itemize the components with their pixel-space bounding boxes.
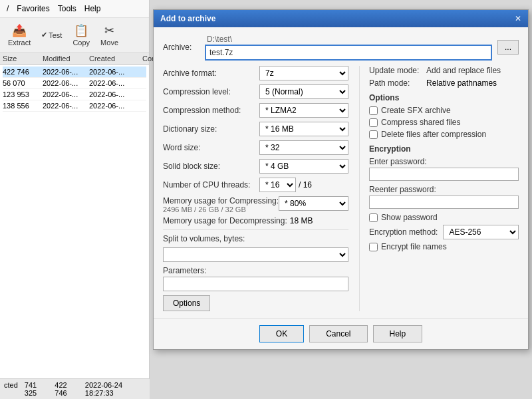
shared-label: Compress shared files <box>381 118 460 127</box>
delete-checkbox[interactable] <box>369 130 378 139</box>
move-icon: ✂ <box>104 23 114 38</box>
shared-checkbox[interactable] <box>369 118 378 127</box>
solid-block-row: Solid block size: * 4 GB 1 GB <box>163 159 348 174</box>
compression-method-select[interactable]: * LZMA2 LZMA <box>259 103 348 118</box>
format-select[interactable]: 7z zip tar <box>259 66 348 80</box>
path-mode-row: Path mode: Relative pathnames <box>369 78 519 88</box>
table-header: Size Modified Created Com <box>0 53 149 65</box>
enter-password-label: Enter password: <box>369 157 519 166</box>
dict-size-select[interactable]: * 16 MB 32 MB <box>259 122 348 136</box>
dialog-title: Add to archive <box>160 14 215 23</box>
extract-button[interactable]: 📤 Extract <box>5 22 33 48</box>
reenter-password-input[interactable] <box>369 196 519 209</box>
memory-compress-label-block: Memory usage for Compressing: 2496 MB / … <box>163 196 279 213</box>
add-to-archive-dialog: Add to archive ✕ Archive: D:\test\ ... <box>153 9 529 350</box>
split-label: Split to volumes, bytes: <box>163 234 259 243</box>
encryption-section: Encryption Enter password: Reenter passw… <box>369 144 519 251</box>
toolbar: 📤 Extract ✔ Test 📋 Copy ✂ Move <box>0 18 149 53</box>
memory-decompress-value: 18 MB <box>290 216 313 225</box>
archive-path-top: D:\test\ <box>205 34 492 45</box>
show-password-checkbox[interactable] <box>369 213 378 222</box>
encrypt-names-checkbox[interactable] <box>369 243 378 251</box>
dialog-titlebar: Add to archive ✕ <box>154 10 528 27</box>
word-size-label: Word size: <box>163 143 259 152</box>
copy-button[interactable]: 📋 Copy <box>70 22 92 48</box>
split-select[interactable]: 700M 1G <box>163 247 348 262</box>
compression-method-row: Compression method: * LZMA2 LZMA <box>163 103 348 118</box>
show-password-label: Show password <box>381 213 438 222</box>
split-input-row: 700M 1G <box>163 247 348 262</box>
dict-size-row: Dictionary size: * 16 MB 32 MB <box>163 122 348 136</box>
file-list: 422 746 2022-06-... 2022-06-... 56 070 2… <box>0 65 149 113</box>
move-button[interactable]: ✂ Move <box>98 22 121 48</box>
update-mode-label: Update mode: <box>369 66 422 75</box>
table-row[interactable]: 56 070 2022-06-... 2022-06-... <box>3 78 146 89</box>
params-label: Parameters: <box>163 266 348 275</box>
encryption-title: Encryption <box>369 144 519 154</box>
params-section: Parameters: <box>163 266 348 291</box>
menu-slash[interactable]: / <box>7 4 9 13</box>
table-row[interactable]: 422 746 2022-06-... 2022-06-... <box>3 66 146 78</box>
solid-block-label: Solid block size: <box>163 162 259 171</box>
memory-compress-select[interactable]: * 80% 40% 100% <box>279 196 348 211</box>
format-row: Archive format: 7z zip tar <box>163 66 348 80</box>
dialog-overlay: Add to archive ✕ Archive: D:\test\ ... <box>150 0 532 399</box>
encrypt-names-label: Encrypt file names <box>381 242 447 251</box>
cpu-threads-label: Number of CPU threads: <box>163 180 259 190</box>
menu-help[interactable]: Help <box>84 4 101 13</box>
sfx-checkbox-row: Create SFX archive <box>369 106 519 115</box>
compression-level-select[interactable]: 5 (Normal) Store 9 (Ultra) <box>259 84 348 99</box>
sfx-label: Create SFX archive <box>381 106 451 115</box>
menubar: / Favorites Tools Help <box>0 0 149 18</box>
path-mode-label: Path mode: <box>369 78 422 88</box>
statusbar: cted 741 325 422 746 2022-06-24 18:27:33 <box>0 378 150 399</box>
params-input[interactable] <box>163 277 348 291</box>
header-modified: Modified <box>43 55 89 63</box>
archive-label: Archive: <box>163 43 200 52</box>
word-size-select[interactable]: * 32 64 <box>259 140 348 155</box>
archive-path-input[interactable] <box>205 45 492 61</box>
table-row[interactable]: 123 953 2022-06-... 2022-06-... <box>3 89 146 100</box>
encryption-method-select[interactable]: AES-256 <box>443 225 519 239</box>
menu-favorites[interactable]: Favorites <box>17 4 49 13</box>
ok-button[interactable]: OK <box>259 325 304 342</box>
statusbar-selected: cted <box>4 381 18 397</box>
archive-path-wrapper: D:\test\ <box>205 34 492 61</box>
copy-label: Copy <box>72 39 90 47</box>
archive-browse-button[interactable]: ... <box>497 40 519 55</box>
encrypt-names-row: Encrypt file names <box>369 242 519 251</box>
dialog-body: Archive: D:\test\ ... Archive format: 7z <box>154 27 528 318</box>
file-manager-background: / Favorites Tools Help 📤 Extract ✔ Test … <box>0 0 150 399</box>
extract-icon: 📤 <box>12 23 27 38</box>
compression-level-label: Compression level: <box>163 87 259 96</box>
memory-decompress-row: Memory usage for Decompressing: 18 MB <box>163 216 348 225</box>
help-button[interactable]: Help <box>373 325 423 342</box>
dict-size-label: Dictionary size: <box>163 124 259 134</box>
statusbar-size1: 741 325 <box>25 381 49 397</box>
compression-level-row: Compression level: 5 (Normal) Store 9 (U… <box>163 84 348 99</box>
split-row: Split to volumes, bytes: <box>163 234 348 243</box>
enter-password-input[interactable] <box>369 168 519 181</box>
copy-icon: 📋 <box>74 23 88 38</box>
cancel-button[interactable]: Cancel <box>309 325 367 342</box>
table-row[interactable]: 138 556 2022-06-... 2022-06-... <box>3 100 146 112</box>
extract-label: Extract <box>8 39 31 47</box>
options-section-title: Options <box>369 93 519 102</box>
memory-decompress-label: Memory usage for Decompressing: <box>163 216 287 225</box>
dialog-close-button[interactable]: ✕ <box>515 14 521 23</box>
show-password-row: Show password <box>369 213 519 222</box>
sfx-checkbox[interactable] <box>369 106 378 115</box>
reenter-password-label: Reenter password: <box>369 185 519 194</box>
options-section: Options Create SFX archive Compress shar… <box>369 93 519 139</box>
format-label: Archive format: <box>163 68 259 78</box>
menu-tools[interactable]: Tools <box>58 4 76 13</box>
update-mode-row: Update mode: Add and replace files <box>369 66 519 75</box>
solid-block-select[interactable]: * 4 GB 1 GB <box>259 159 348 174</box>
delete-label: Delete files after compression <box>381 130 486 139</box>
dialog-right: Update mode: Add and replace files Path … <box>359 66 519 311</box>
options-button[interactable]: Options <box>163 295 210 311</box>
delete-checkbox-row: Delete files after compression <box>369 130 519 139</box>
compression-method-label: Compression method: <box>163 106 259 115</box>
cpu-threads-select[interactable]: * 16 8 <box>259 178 296 192</box>
test-button[interactable]: ✔ Test <box>39 29 65 41</box>
